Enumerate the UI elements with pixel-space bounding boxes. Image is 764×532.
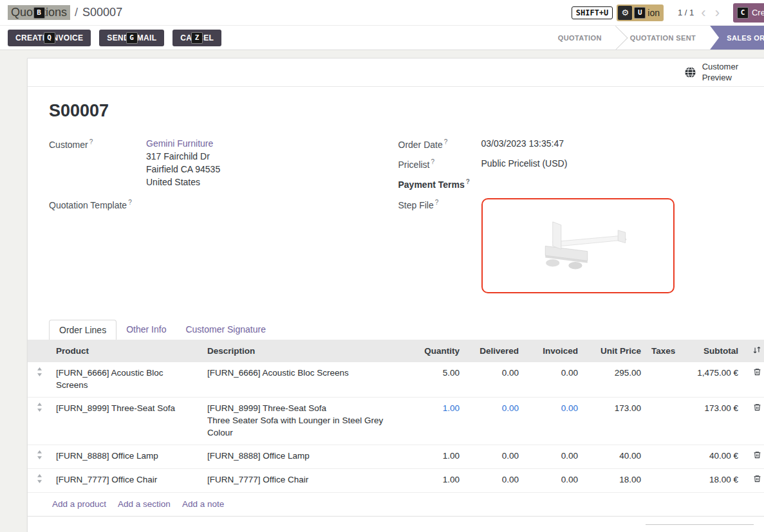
drag-handle-icon [37, 367, 42, 376]
delete-line-button[interactable] [743, 445, 764, 468]
cell-delivered[interactable]: 0.00 [465, 445, 524, 468]
delete-line-button[interactable] [743, 468, 764, 492]
status-step-sales-order[interactable]: SALES ORDER [710, 26, 764, 50]
cell-product[interactable]: [FURN_8999] Three-Seat Sofa [51, 398, 202, 445]
cell-quantity[interactable]: 5.00 [415, 362, 465, 397]
drag-handle-icon [37, 403, 42, 412]
column-header-invoiced[interactable]: Invoiced [524, 340, 583, 362]
field-order-date-value[interactable]: 03/03/2023 13:35:47 [481, 138, 564, 151]
trash-icon [753, 403, 761, 412]
status-step-quotation-label: QUOTATION [558, 34, 602, 42]
add-a-note-link[interactable]: Add a note [182, 499, 224, 509]
cell-description[interactable]: [FURN_7777] Office Chair [202, 468, 415, 492]
pager-next-button[interactable]: › [711, 6, 724, 20]
field-order-date: Order Date? 03/03/2023 13:35:47 [398, 138, 748, 151]
cell-description[interactable]: [FURN_8888] Office Lamp [202, 445, 415, 468]
customer-link[interactable]: Gemini Furniture [146, 138, 213, 149]
cell-delivered[interactable]: 0.00 [465, 468, 524, 492]
sheet-header: Customer Preview [28, 59, 764, 87]
column-header-delivered[interactable]: Delivered [465, 340, 524, 362]
step-file-image[interactable] [481, 198, 675, 293]
trash-icon [753, 474, 761, 483]
field-order-date-label: Order Date? [398, 138, 481, 151]
cell-product[interactable]: [FURN_6666] Acoustic Bloc Screens [51, 362, 202, 397]
cell-product[interactable]: [FURN_7777] Office Chair [51, 468, 202, 492]
field-customer-value: Gemini Furniture 317 Fairchild Dr Fairfi… [146, 138, 220, 189]
globe-icon [684, 66, 696, 78]
breadcrumb-quotations[interactable]: Quotations B [8, 5, 70, 20]
notebook-tabs: Order Lines Other Info Customer Signatur… [49, 320, 764, 340]
list-footer-links: Add a product Add a section Add a note [28, 493, 764, 517]
pager-previous-button[interactable]: ‹ [696, 6, 710, 20]
cell-product[interactable]: [FURN_8888] Office Lamp [51, 445, 202, 468]
column-header-description[interactable]: Description [202, 340, 415, 362]
cell-invoiced[interactable]: 0.00 [524, 445, 583, 468]
customer-preview-button[interactable]: Customer Preview [684, 62, 738, 83]
page-title: S00007 [49, 101, 747, 121]
action-menu-label: ion [648, 8, 660, 18]
customer-address-line-2: Fairfield CA 94535 [146, 163, 220, 176]
pager-counter: 1 / 1 [678, 8, 694, 17]
description-line-1: [FURN_8999] Three-Seat Sofa [207, 403, 409, 415]
tab-other-info[interactable]: Other Info [116, 320, 176, 340]
gear-icon: ⚙ [618, 6, 632, 20]
drag-handle[interactable] [28, 362, 51, 397]
cell-taxes[interactable] [646, 468, 676, 492]
cell-unit-price[interactable]: 40.00 [583, 445, 646, 468]
column-header-taxes[interactable]: Taxes [646, 340, 676, 362]
drag-handle[interactable] [28, 445, 51, 468]
drag-handle[interactable] [28, 398, 51, 445]
column-header-product[interactable]: Product [51, 340, 202, 362]
tab-order-lines[interactable]: Order Lines [49, 320, 116, 340]
column-header-subtotal[interactable]: Subtotal [676, 340, 743, 362]
table-header-row: Product Description Quantity Delivered I… [28, 340, 764, 362]
cell-quantity[interactable]: 1.00 [415, 398, 465, 445]
cell-delivered[interactable]: 0.00 [465, 398, 524, 445]
cell-invoiced[interactable]: 0.00 [524, 468, 583, 492]
statusbar: QUOTATION QUOTATION SENT SALES ORDER [544, 26, 764, 50]
hotkey-badge-send-email: G [126, 32, 138, 44]
column-header-unit-price[interactable]: Unit Price [583, 340, 646, 362]
description-line-2: Three Seater Sofa with Lounger in Steel … [207, 415, 409, 439]
cell-taxes[interactable] [646, 362, 676, 397]
order-line-row-2: [FURN_8999] Three-Seat Sofa [FURN_8999] … [28, 398, 764, 445]
action-menu-button[interactable]: ⚙ U ion [617, 5, 664, 21]
delete-line-button[interactable] [743, 362, 764, 397]
field-column-right: Order Date? 03/03/2023 13:35:47 Pricelis… [398, 138, 748, 300]
hotkey-badge-create-invoice: Q [44, 32, 55, 44]
cell-quantity[interactable]: 1.00 [415, 445, 465, 468]
adjust-columns-button[interactable] [743, 340, 764, 362]
add-a-product-link[interactable]: Add a product [52, 499, 106, 509]
cell-taxes[interactable] [646, 398, 676, 445]
cell-quantity[interactable]: 1.00 [415, 468, 465, 492]
cell-invoiced[interactable]: 0.00 [524, 362, 583, 397]
cell-unit-price[interactable]: 295.00 [583, 362, 646, 397]
cell-invoiced[interactable]: 0.00 [524, 398, 583, 445]
cell-unit-price[interactable]: 173.00 [583, 398, 646, 445]
status-step-quotation-sent[interactable]: QUOTATION SENT [616, 26, 710, 50]
hotkey-badge-breadcrumb: B [33, 7, 45, 19]
trash-icon [753, 367, 761, 376]
customer-address-line-3: United States [146, 176, 220, 189]
drag-handle[interactable] [28, 468, 51, 492]
cell-taxes[interactable] [646, 445, 676, 468]
cancel-button[interactable]: CANCEL Z [172, 30, 221, 46]
cell-delivered[interactable]: 0.00 [465, 362, 524, 397]
send-email-button[interactable]: SEND EMAIL G [99, 30, 164, 46]
terms-and-conditions-placeholder[interactable]: Terms and conditions... [52, 524, 142, 532]
add-a-section-link[interactable]: Add a section [118, 499, 171, 509]
column-header-quantity[interactable]: Quantity [415, 340, 465, 362]
tab-customer-signature[interactable]: Customer Signature [176, 320, 275, 340]
cell-description[interactable]: [FURN_8999] Three-Seat Sofa Three Seater… [202, 398, 415, 445]
create-invoice-button[interactable]: CREATE INVOICE Q [8, 30, 91, 46]
cell-subtotal: 18.00 € [676, 468, 743, 492]
delete-line-button[interactable] [743, 398, 764, 445]
field-pricelist-value[interactable]: Public Pricelist (USD) [481, 158, 568, 170]
create-button[interactable]: C Create [733, 3, 764, 23]
order-lines-table: Product Description Quantity Delivered I… [28, 340, 764, 492]
status-step-quotation[interactable]: QUOTATION [544, 26, 616, 50]
field-pricelist: Pricelist? Public Pricelist (USD) [398, 158, 748, 170]
field-quotation-template[interactable]: Quotation Template? [49, 198, 398, 210]
cell-unit-price[interactable]: 18.00 [583, 468, 646, 492]
cell-description[interactable]: [FURN_6666] Acoustic Bloc Screens [202, 362, 415, 397]
